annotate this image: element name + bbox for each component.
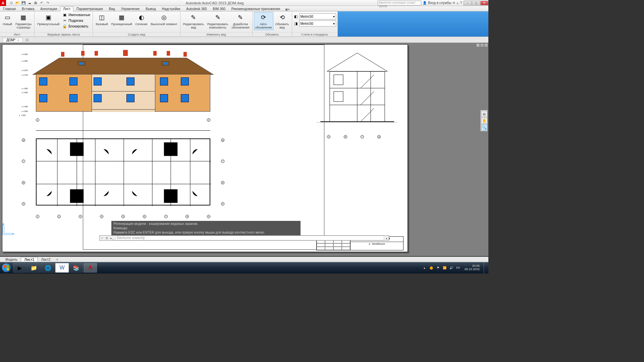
vp-close-button[interactable]: × — [484, 44, 488, 47]
rectangular-button[interactable]: ▣Прямоугольный — [36, 12, 61, 27]
style-icon: ◨ — [293, 21, 298, 26]
chevron-down-icon: ▾ — [333, 15, 335, 18]
tab-view[interactable]: Вид — [106, 6, 118, 11]
tray-up-icon[interactable]: ▴ — [422, 265, 427, 270]
dim-top — [36, 130, 210, 132]
svg-rect-24 — [164, 189, 177, 203]
doc-tab[interactable]: ДОМ*× — [3, 38, 23, 42]
add-layout-button[interactable]: + — [55, 257, 59, 261]
redo-icon[interactable]: ↷ — [45, 0, 50, 6]
drawing-city: г. Челябинск — [351, 242, 403, 246]
tab-manage[interactable]: Управление — [118, 6, 143, 11]
style-dropdown-1[interactable]: Metric50▾ — [299, 13, 336, 19]
clip-button[interactable]: ✂Подрезка — [61, 18, 91, 23]
taskbar-autocad[interactable]: A — [84, 263, 97, 273]
undo-icon[interactable]: ↶ — [39, 0, 44, 6]
tab-output[interactable]: Вывод — [143, 6, 159, 11]
layout-icon: ▭ — [3, 13, 12, 22]
autodesk360-icon[interactable]: ⍎ — [457, 1, 459, 5]
edit-components-button[interactable]: ✎Редактировать компоненты — [206, 12, 229, 30]
page-setup-button[interactable]: ▦Параметры страницы — [14, 12, 33, 30]
page-setup-icon: ▦ — [19, 13, 28, 22]
cmdline-recent-icon[interactable]: ▴ — [384, 236, 389, 240]
tray-flag-icon[interactable]: ⚑ — [436, 265, 440, 270]
detail-button[interactable]: ◎Выносной элемент — [149, 12, 178, 27]
lock-button[interactable]: 🔒Блокировать — [61, 23, 91, 29]
saveas-icon[interactable]: ☁ — [27, 0, 32, 6]
style-dropdown-2[interactable]: Metric50▾ — [299, 20, 336, 26]
cmdline-config-icon[interactable]: ⚙ — [104, 236, 109, 240]
tab-featured[interactable]: Рекомендованные приложения — [228, 6, 283, 11]
save-icon[interactable]: 💾 — [21, 0, 26, 6]
tray-security-icon[interactable]: ⬤ — [429, 265, 434, 270]
tray-network-icon[interactable]: 📶 — [442, 265, 447, 270]
infocenter-icon[interactable]: 👤 — [423, 1, 427, 5]
open-icon[interactable]: 📂 — [15, 0, 20, 6]
section-button[interactable]: ◐Сечение — [134, 12, 149, 27]
tab-home[interactable]: Главная — [0, 6, 19, 11]
taskbar-clock[interactable]: 20:06 08.10.2015 — [463, 264, 482, 271]
new-icon[interactable]: 🗋 — [9, 0, 14, 6]
base-button[interactable]: ◫Базовый — [94, 12, 109, 27]
new-doc-button[interactable]: + — [25, 38, 30, 42]
ribbon-group-sheet: ▭Новый ▦Параметры страницы Лист — [0, 11, 35, 37]
print-icon[interactable]: 🖶 — [33, 0, 38, 6]
help-icon[interactable]: ? — [460, 1, 462, 5]
quick-access-toolbar: 🗋 📂 💾 ☁ 🖶 ↶ ↷ — [7, 0, 52, 6]
show-desktop-button[interactable] — [484, 262, 486, 274]
plan-axes: 1234 56789 — [36, 215, 210, 218]
taskbar-word[interactable]: W — [55, 263, 69, 273]
tab-insert[interactable]: Вставка — [19, 6, 37, 11]
tray-lang-icon[interactable]: РУ — [456, 265, 461, 270]
nav-bar: ◎ ✋ 🔍 — [480, 110, 488, 131]
dormer — [162, 61, 169, 65]
viewport-icon: ▣ — [44, 13, 53, 22]
close-icon[interactable]: × — [17, 39, 19, 42]
layout2-tab[interactable]: Лист2 — [38, 257, 54, 262]
ribbon-group-update: ⟳Авто- обновление ⟲Обновить вид Обновить — [253, 11, 292, 37]
tab-layout[interactable]: Лист — [60, 6, 73, 11]
app-logo[interactable]: A — [0, 0, 6, 6]
minimize-button[interactable]: ─ — [464, 1, 472, 5]
exchange-icon[interactable]: ✕ — [452, 1, 455, 5]
vp-maximize-button[interactable]: ◻ — [480, 44, 484, 47]
search-input[interactable]: Введите ключевое слово/фразу — [378, 1, 421, 5]
command-line[interactable]: × ⚙ ▸_ Введите команду ▴ — [99, 235, 389, 241]
floorplan-drawing: 1234 56789 ДГБА ДГБА — [22, 132, 224, 232]
tray-volume-icon[interactable]: 🔊 — [449, 265, 454, 270]
cmdline-close-icon[interactable]: × — [100, 236, 104, 240]
taskbar-winrar[interactable]: 📚 — [69, 263, 83, 273]
vp-minimize-button[interactable]: ─ — [476, 44, 480, 47]
named-button[interactable]: ▣Именованные — [61, 12, 91, 17]
taskbar-explorer[interactable]: 📁 — [27, 263, 41, 273]
update-view-button[interactable]: ⟲Обновить вид — [274, 12, 290, 30]
tab-addins[interactable]: Надстройки — [159, 6, 183, 11]
autoupdate-icon: ⟳ — [259, 13, 268, 22]
taskbar: ▶ 📁 🌐 W 📚 A ▴ ⬤ ⚑ 📶 🔊 РУ 20:06 08.10.201… — [0, 262, 488, 274]
tab-bim360[interactable]: BIM 360 — [210, 6, 228, 11]
edit-view-button[interactable]: ✎Редактировать вид — [182, 12, 205, 30]
maximize-button[interactable]: ◻ — [472, 1, 480, 5]
projected-button[interactable]: ▦Проекционный — [110, 12, 133, 27]
navbar-wheel-icon[interactable]: ◎ — [481, 111, 487, 117]
tab-parametric[interactable]: Параметризация — [73, 6, 106, 11]
drawing-area[interactable]: ─ ◻ × — [0, 43, 488, 256]
auto-update-button[interactable]: ⟳Авто- обновление — [254, 12, 273, 30]
signin-link[interactable]: Вход в службы — [428, 1, 451, 5]
taskbar-mediaplayer[interactable]: ▶ — [13, 263, 26, 273]
tab-annotate[interactable]: Аннотации — [37, 6, 60, 11]
navbar-zoom-icon[interactable]: 🔍 — [481, 124, 487, 130]
taskbar-chrome[interactable]: 🌐 — [41, 263, 55, 273]
symbol-sketch-button[interactable]: ✎Доработка обозначения — [230, 12, 251, 30]
new-layout-button[interactable]: ▭Новый — [1, 12, 13, 27]
chimney — [81, 51, 85, 56]
tab-a360[interactable]: Autodesk 360 — [183, 6, 210, 11]
ribbon-group-createview: ◫Базовый ▦Проекционный ◐Сечение ◎Выносно… — [93, 11, 180, 37]
start-button[interactable] — [0, 262, 13, 274]
navbar-pan-icon[interactable]: ✋ — [481, 118, 487, 124]
tab-cycle-icon[interactable]: ▣▾ — [285, 8, 290, 11]
command-input[interactable]: Введите команду — [115, 236, 384, 240]
model-tab[interactable]: Модель — [2, 257, 21, 262]
close-button[interactable]: ✕ — [480, 1, 488, 5]
layout1-tab[interactable]: Лист1 — [21, 257, 38, 262]
